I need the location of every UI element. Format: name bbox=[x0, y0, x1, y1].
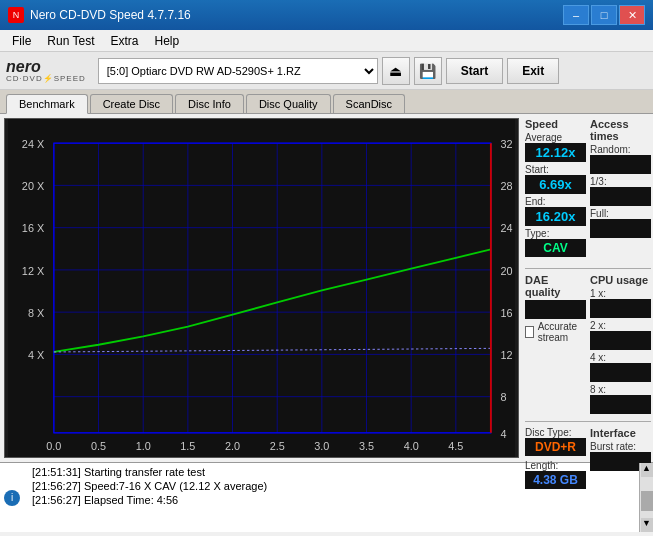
menu-extra[interactable]: Extra bbox=[102, 32, 146, 50]
scroll-down-button[interactable]: ▼ bbox=[641, 518, 653, 532]
cpu-4x-value bbox=[590, 363, 651, 382]
svg-text:0.0: 0.0 bbox=[46, 440, 61, 452]
start-value: 6.69x bbox=[525, 175, 586, 194]
accurate-stream-container: Accurate stream bbox=[525, 321, 586, 343]
svg-text:4: 4 bbox=[501, 428, 507, 440]
speed-section: Speed Average 12.12x Start: 6.69x End: 1… bbox=[525, 118, 651, 259]
dae-quality-value bbox=[525, 300, 586, 319]
info-icon: i bbox=[4, 490, 20, 506]
maximize-button[interactable]: □ bbox=[591, 5, 617, 25]
cpu-4x-label: 4 x: bbox=[590, 352, 651, 363]
cpu-1x-label: 1 x: bbox=[590, 288, 651, 299]
svg-text:16: 16 bbox=[501, 307, 513, 319]
cpu-8x-label: 8 x: bbox=[590, 384, 651, 395]
chart-area: 24 X 20 X 16 X 12 X 8 X 4 X 32 28 24 20 … bbox=[4, 118, 519, 458]
svg-text:1.5: 1.5 bbox=[180, 440, 195, 452]
tabs: Benchmark Create Disc Disc Info Disc Qua… bbox=[0, 90, 653, 114]
access-times-label: Access times bbox=[590, 118, 651, 142]
svg-text:2.0: 2.0 bbox=[225, 440, 240, 452]
svg-text:1.0: 1.0 bbox=[136, 440, 151, 452]
minimize-button[interactable]: – bbox=[563, 5, 589, 25]
chart-svg: 24 X 20 X 16 X 12 X 8 X 4 X 32 28 24 20 … bbox=[5, 119, 518, 457]
interface-label: Interface bbox=[590, 427, 651, 439]
tab-disc-quality[interactable]: Disc Quality bbox=[246, 94, 331, 113]
svg-text:4.5: 4.5 bbox=[448, 440, 463, 452]
svg-text:28: 28 bbox=[501, 180, 513, 192]
tab-disc-info[interactable]: Disc Info bbox=[175, 94, 244, 113]
cpu-1x-value bbox=[590, 299, 651, 318]
status-bar: i [21:51:31] Starting transfer rate test… bbox=[0, 462, 653, 532]
log-entry-2: [21:56:27] Elapsed Time: 4:56 bbox=[32, 493, 635, 507]
menu-run-test[interactable]: Run Test bbox=[39, 32, 102, 50]
svg-text:8 X: 8 X bbox=[28, 307, 45, 319]
disc-type-value: DVD+R bbox=[525, 438, 586, 456]
menu-file[interactable]: File bbox=[4, 32, 39, 50]
save-icon-button[interactable]: 💾 bbox=[414, 57, 442, 85]
full-label: Full: bbox=[590, 208, 651, 219]
random-label: Random: bbox=[590, 144, 651, 155]
eject-icon-button[interactable]: ⏏ bbox=[382, 57, 410, 85]
tab-scan-disc[interactable]: ScanDisc bbox=[333, 94, 405, 113]
svg-text:0.5: 0.5 bbox=[91, 440, 106, 452]
onethird-label: 1/3: bbox=[590, 176, 651, 187]
random-value bbox=[590, 155, 651, 174]
dae-quality-label: DAE quality bbox=[525, 274, 586, 298]
svg-text:16 X: 16 X bbox=[22, 222, 45, 234]
svg-rect-0 bbox=[8, 119, 515, 457]
burst-rate-label: Burst rate: bbox=[590, 441, 651, 452]
svg-text:12: 12 bbox=[501, 349, 513, 361]
scroll-up-button[interactable]: ▲ bbox=[641, 463, 653, 477]
type-value: CAV bbox=[525, 239, 586, 257]
exit-button[interactable]: Exit bbox=[507, 58, 559, 84]
svg-text:8: 8 bbox=[501, 391, 507, 403]
menu-help[interactable]: Help bbox=[147, 32, 188, 50]
svg-text:20 X: 20 X bbox=[22, 180, 45, 192]
svg-text:24 X: 24 X bbox=[22, 138, 45, 150]
cpu-2x-label: 2 x: bbox=[590, 320, 651, 331]
main-content: 24 X 20 X 16 X 12 X 8 X 4 X 32 28 24 20 … bbox=[0, 114, 653, 462]
scroll-thumb[interactable] bbox=[641, 491, 653, 511]
status-log: [21:51:31] Starting transfer rate test [… bbox=[28, 463, 639, 532]
menu-bar: File Run Test Extra Help bbox=[0, 30, 653, 52]
window-controls: – □ ✕ bbox=[563, 5, 645, 25]
svg-text:4 X: 4 X bbox=[28, 349, 45, 361]
average-label: Average bbox=[525, 132, 586, 143]
type-label: Type: bbox=[525, 228, 586, 239]
accurate-stream-label: Accurate stream bbox=[538, 321, 586, 343]
speed-label: Speed bbox=[525, 118, 586, 130]
cpu-usage-label: CPU usage bbox=[590, 274, 651, 286]
svg-text:12 X: 12 X bbox=[22, 265, 45, 277]
toolbar: nero CD·DVD⚡SPEED [5:0] Optiarc DVD RW A… bbox=[0, 52, 653, 90]
right-panel: Speed Average 12.12x Start: 6.69x End: 1… bbox=[523, 114, 653, 462]
start-label: Start: bbox=[525, 164, 586, 175]
start-button[interactable]: Start bbox=[446, 58, 503, 84]
end-label: End: bbox=[525, 196, 586, 207]
average-value: 12.12x bbox=[525, 143, 586, 162]
accurate-stream-checkbox[interactable] bbox=[525, 326, 534, 338]
log-entry-0: [21:51:31] Starting transfer rate test bbox=[32, 465, 635, 479]
svg-text:2.5: 2.5 bbox=[270, 440, 285, 452]
log-entry-1: [21:56:27] Speed:7-16 X CAV (12.12 X ave… bbox=[32, 479, 635, 493]
close-button[interactable]: ✕ bbox=[619, 5, 645, 25]
svg-text:20: 20 bbox=[501, 265, 513, 277]
tab-benchmark[interactable]: Benchmark bbox=[6, 94, 88, 114]
title-bar: N Nero CD-DVD Speed 4.7.7.16 – □ ✕ bbox=[0, 0, 653, 30]
nero-logo: nero CD·DVD⚡SPEED bbox=[6, 59, 86, 83]
svg-text:32: 32 bbox=[501, 138, 513, 150]
end-value: 16.20x bbox=[525, 207, 586, 226]
svg-text:3.5: 3.5 bbox=[359, 440, 374, 452]
cpu-2x-value bbox=[590, 331, 651, 350]
onethird-value bbox=[590, 187, 651, 206]
full-value bbox=[590, 219, 651, 238]
status-scrollbar[interactable]: ▲ ▼ bbox=[639, 463, 653, 532]
cpu-8x-value bbox=[590, 395, 651, 414]
app-icon: N bbox=[8, 7, 24, 23]
app-title: Nero CD-DVD Speed 4.7.7.16 bbox=[30, 8, 191, 22]
svg-text:3.0: 3.0 bbox=[314, 440, 329, 452]
dae-cpu-row: DAE quality Accurate stream CPU usage 1 … bbox=[525, 274, 651, 416]
drive-select[interactable]: [5:0] Optiarc DVD RW AD-5290S+ 1.RZ bbox=[98, 58, 378, 84]
svg-text:24: 24 bbox=[501, 222, 513, 234]
tab-create-disc[interactable]: Create Disc bbox=[90, 94, 173, 113]
svg-text:4.0: 4.0 bbox=[404, 440, 419, 452]
disc-type-label: Disc Type: bbox=[525, 427, 586, 438]
